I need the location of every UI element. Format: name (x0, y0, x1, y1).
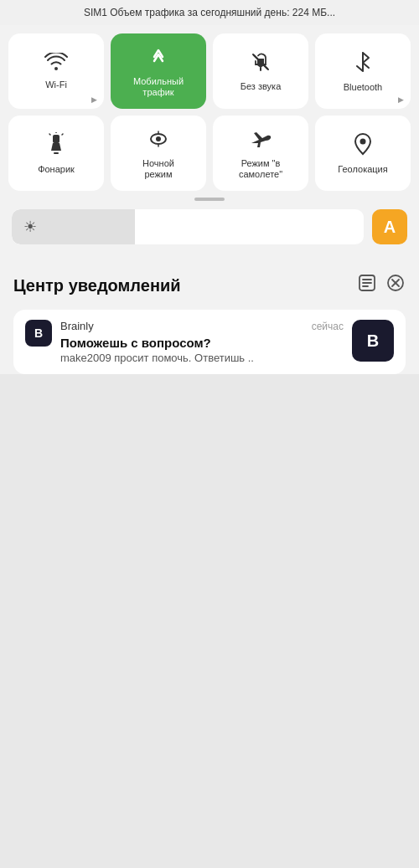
silent-label: Без звука (241, 81, 282, 92)
flashlight-label: Фонарик (38, 164, 75, 175)
location-label: Геолокация (338, 164, 387, 175)
svg-point-9 (360, 139, 366, 145)
airplane-icon (249, 128, 272, 153)
empty-space (0, 383, 419, 634)
quick-settings-panel: Wi-Fi ▶ Мобильныйтрафик (0, 25, 419, 259)
wifi-icon (44, 53, 68, 74)
tile-mobile[interactable]: Мобильныйтрафик (111, 33, 206, 109)
brainly-icon-letter: B (34, 326, 43, 340)
tile-silent[interactable]: Без звука (213, 33, 308, 109)
nightmode-label: Ночнойрежим (142, 158, 174, 180)
silent-icon (250, 51, 272, 76)
flashlight-icon (47, 132, 65, 159)
brightness-row: ☀ A (8, 209, 411, 254)
notif-body: make2009 просит помочь. Ответишь .. (60, 352, 344, 364)
notification-section: Центр уведомлений B (0, 259, 419, 374)
notification-actions (357, 273, 406, 298)
quick-tiles-grid: Wi-Fi ▶ Мобильныйтрафик (8, 33, 411, 191)
wifi-arrow: ▶ (91, 95, 97, 104)
notification-title: Центр уведомлений (13, 276, 181, 295)
notification-content: Brainly сейчас Поможешь с вопросом? make… (60, 320, 344, 364)
tile-nightmode[interactable]: Ночнойрежим (111, 116, 206, 191)
scroll-dot (194, 198, 225, 201)
clear-all-button[interactable] (357, 273, 377, 298)
notif-title: Поможешь с вопросом? (60, 336, 344, 350)
svg-line-3 (49, 134, 50, 135)
brightness-slider[interactable]: ☀ (12, 209, 364, 244)
notification-header: Центр уведомлений (13, 273, 406, 298)
bluetooth-icon (354, 50, 372, 77)
notif-time: сейчас (312, 321, 344, 332)
notif-app-name: Brainly (60, 320, 94, 332)
close-notifications-button[interactable] (385, 273, 406, 298)
tile-wifi[interactable]: Wi-Fi ▶ (8, 33, 104, 109)
mobile-label: Мобильныйтрафик (133, 76, 184, 98)
nightmode-icon (147, 128, 169, 153)
brainly-thumb-letter: B (367, 331, 379, 351)
avatar-label: A (384, 218, 396, 237)
mobile-icon (147, 46, 169, 71)
brainly-app-icon: B (25, 320, 52, 347)
svg-line-4 (62, 134, 63, 135)
scroll-indicator (8, 198, 411, 201)
location-icon (353, 132, 373, 159)
brainly-thumb: B (352, 320, 394, 362)
brightness-icon: ☀ (23, 218, 37, 236)
tile-flashlight[interactable]: Фонарик (8, 116, 104, 191)
bluetooth-label: Bluetooth (344, 82, 382, 93)
status-text: SIM1 Объем трафика за сегодняшний день: … (84, 7, 335, 18)
airplane-label: Режим "всамолете" (239, 158, 282, 180)
svg-point-6 (156, 136, 161, 141)
tile-bluetooth[interactable]: Bluetooth ▶ (315, 33, 411, 109)
brightness-avatar[interactable]: A (372, 209, 407, 244)
wifi-label: Wi-Fi (45, 80, 67, 90)
notification-card[interactable]: B Brainly сейчас Поможешь с вопросом? ma… (13, 310, 406, 374)
status-bar: SIM1 Объем трафика за сегодняшний день: … (0, 0, 419, 25)
tile-airplane[interactable]: Режим "всамолете" (213, 116, 308, 191)
svg-rect-1 (53, 135, 59, 143)
bluetooth-arrow: ▶ (398, 95, 404, 104)
tile-location[interactable]: Геолокация (315, 116, 411, 191)
notif-top-row: Brainly сейчас (60, 320, 344, 332)
